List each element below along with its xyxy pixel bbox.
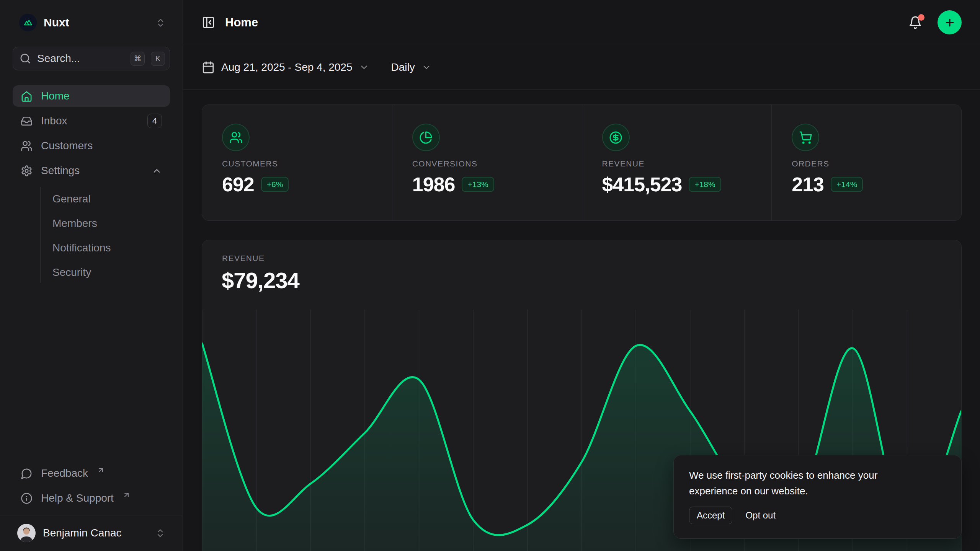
notifications-button[interactable] xyxy=(908,16,922,29)
sidebar-item-label: Inbox xyxy=(41,115,67,127)
add-button[interactable] xyxy=(938,10,962,34)
search-input-box[interactable]: ⌘ K xyxy=(13,47,170,70)
sidebar-item-inbox[interactable]: Inbox 4 xyxy=(13,110,170,132)
stat-value: $415,523 xyxy=(602,173,682,196)
revenue-card-label: REVENUE xyxy=(202,240,961,263)
chevron-down-icon xyxy=(359,62,369,72)
stat-delta-badge: +14% xyxy=(831,177,863,192)
home-icon xyxy=(21,90,33,102)
sidebar-item-notifications[interactable]: Notifications xyxy=(41,238,157,258)
stat-label: CUSTOMERS xyxy=(222,159,384,168)
kbd-k-key: K xyxy=(151,52,165,66)
shopping-cart-icon xyxy=(792,124,819,151)
plus-icon xyxy=(944,17,956,28)
sidebar-item-settings[interactable]: Settings xyxy=(13,160,170,181)
message-circle-icon xyxy=(21,468,33,479)
footer-item-label: Feedback xyxy=(41,467,88,479)
header-actions xyxy=(908,10,962,34)
help-support-link[interactable]: Help & Support xyxy=(13,487,170,509)
revenue-card-value: $79,234 xyxy=(202,263,961,293)
date-range-picker[interactable]: Aug 21, 2025 - Sep 4, 2025 xyxy=(202,61,369,74)
user-name: Benjamin Canac xyxy=(43,527,121,539)
stat-delta-badge: +18% xyxy=(689,177,721,192)
avatar xyxy=(17,524,36,542)
calendar-icon xyxy=(202,61,215,74)
page-header: Home xyxy=(183,0,980,45)
feedback-link[interactable]: Feedback xyxy=(13,463,170,484)
inbox-count-badge: 4 xyxy=(147,114,162,128)
search-icon xyxy=(20,53,31,64)
stat-value: 213 xyxy=(792,173,824,196)
chevron-up-icon xyxy=(152,166,162,176)
settings-submenu: General Members Notifications Security xyxy=(40,187,157,283)
date-range-label: Aug 21, 2025 - Sep 4, 2025 xyxy=(221,61,353,73)
stat-customers: CUSTOMERS 692 +6% xyxy=(202,105,392,220)
inbox-icon xyxy=(21,115,33,127)
collapse-sidebar-icon[interactable] xyxy=(202,16,215,29)
stat-label: CONVERSIONS xyxy=(412,159,574,168)
chevrons-up-down-icon xyxy=(155,18,166,28)
cookie-message: We use first-party cookies to enhance yo… xyxy=(689,468,928,499)
external-link-icon xyxy=(122,491,131,499)
granularity-label: Daily xyxy=(391,61,415,73)
nuxt-logo-icon xyxy=(19,14,37,31)
info-circle-icon xyxy=(21,492,33,504)
chevron-down-icon xyxy=(421,62,431,72)
footer-item-label: Help & Support xyxy=(41,492,114,504)
sidebar-item-general[interactable]: General xyxy=(41,189,157,209)
stat-label: REVENUE xyxy=(602,159,764,168)
search-input[interactable] xyxy=(37,52,124,65)
cookie-actions: Accept Opt out xyxy=(689,507,946,524)
user-section: Benjamin Canac xyxy=(0,515,183,551)
sidebar: Nuxt ⌘ K Home Inbox 4 Customers Settings xyxy=(0,0,183,551)
sidebar-item-label: Home xyxy=(41,90,70,102)
sidebar-item-home[interactable]: Home xyxy=(13,85,170,107)
accept-button[interactable]: Accept xyxy=(689,507,732,524)
sidebar-footer: Feedback Help & Support xyxy=(0,463,183,509)
sidebar-item-label: Customers xyxy=(41,140,93,152)
opt-out-button[interactable]: Opt out xyxy=(745,510,776,521)
gear-icon xyxy=(21,165,33,177)
stat-delta-badge: +13% xyxy=(462,177,494,192)
filter-toolbar: Aug 21, 2025 - Sep 4, 2025 Daily xyxy=(183,45,980,90)
granularity-select[interactable]: Daily xyxy=(391,61,431,73)
workspace-name: Nuxt xyxy=(44,16,69,29)
user-menu-button[interactable]: Benjamin Canac xyxy=(13,520,170,546)
sidebar-item-members[interactable]: Members xyxy=(41,213,157,234)
workspace-switcher[interactable]: Nuxt xyxy=(0,0,183,31)
chevrons-up-down-icon xyxy=(155,528,165,538)
stat-conversions: CONVERSIONS 1986 +13% xyxy=(392,105,582,220)
stat-orders: ORDERS 213 +14% xyxy=(771,105,961,220)
cookie-banner: We use first-party cookies to enhance yo… xyxy=(673,455,962,539)
kbd-meta-key: ⌘ xyxy=(131,52,145,66)
stat-value: 692 xyxy=(222,173,254,196)
stat-label: ORDERS xyxy=(792,159,954,168)
stat-revenue: REVENUE $415,523 +18% xyxy=(582,105,772,220)
circle-dollar-icon xyxy=(602,124,630,151)
stat-delta-badge: +6% xyxy=(261,177,289,192)
page-title: Home xyxy=(225,16,258,29)
stats-row: CUSTOMERS 692 +6% CONVERSIONS 1986 +13% xyxy=(202,104,962,221)
pie-chart-icon xyxy=(412,124,440,151)
sidebar-nav: Home Inbox 4 Customers Settings General … xyxy=(13,85,170,283)
sidebar-item-label: Settings xyxy=(41,165,80,177)
external-link-icon xyxy=(97,466,105,474)
stat-value: 1986 xyxy=(412,173,455,196)
users-stat-icon xyxy=(222,124,250,151)
notification-dot xyxy=(918,14,924,21)
users-icon xyxy=(21,140,33,152)
sidebar-item-security[interactable]: Security xyxy=(41,262,157,283)
sidebar-item-customers[interactable]: Customers xyxy=(13,135,170,156)
